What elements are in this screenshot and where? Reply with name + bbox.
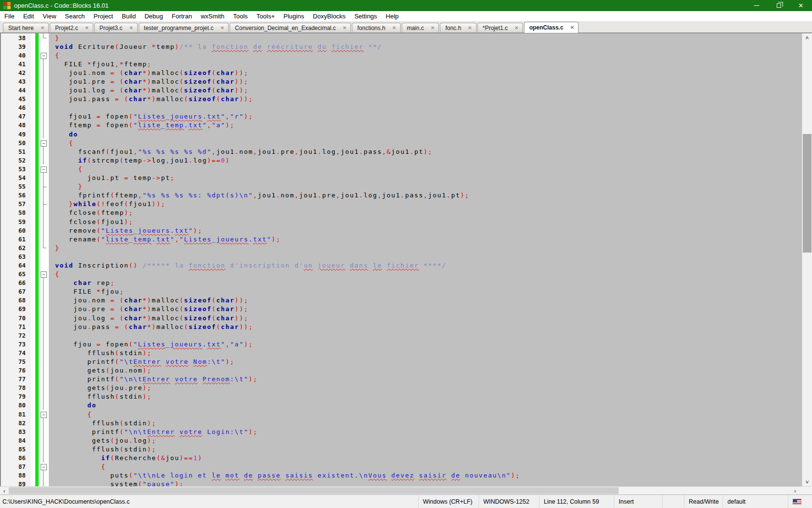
- menu-item-help[interactable]: Help: [381, 11, 403, 21]
- line-number[interactable]: 65: [1, 270, 31, 279]
- code-line-80[interactable]: 80 do: [1, 401, 802, 410]
- code-line-65[interactable]: 65{: [1, 270, 802, 279]
- line-number[interactable]: 85: [1, 445, 31, 453]
- code-text[interactable]: gets(jou.nom);: [49, 366, 152, 375]
- line-number[interactable]: 55: [1, 182, 31, 191]
- menu-item-view[interactable]: View: [38, 11, 60, 21]
- code-text[interactable]: [49, 331, 55, 340]
- code-line-68[interactable]: 68 jou.nom = (char*)malloc(sizeof(char))…: [1, 296, 802, 305]
- menu-item-doxyblocks[interactable]: DoxyBlocks: [308, 11, 350, 21]
- fold-toggle-icon[interactable]: [39, 270, 49, 279]
- code-line-87[interactable]: 87 {: [1, 463, 802, 471]
- code-text[interactable]: jou1.log = (char*)malloc(sizeof(char));: [49, 86, 248, 95]
- tab-close-icon[interactable]: ✕: [85, 26, 88, 30]
- code-line-50[interactable]: 50 {: [1, 138, 802, 147]
- line-number[interactable]: 88: [1, 471, 31, 480]
- code-line-61[interactable]: 61 rename("liste_temp.txt","Listes_joueu…: [1, 235, 802, 243]
- line-number[interactable]: 46: [1, 104, 31, 112]
- code-text[interactable]: }: [49, 33, 60, 42]
- code-text[interactable]: void Ecriture(Joueur *temp)/** la foncti…: [49, 42, 382, 51]
- line-number[interactable]: 54: [1, 174, 31, 182]
- line-number[interactable]: 57: [1, 200, 31, 209]
- line-number[interactable]: 38: [1, 33, 31, 42]
- tab-close-icon[interactable]: ✕: [41, 26, 44, 30]
- code-line-83[interactable]: 83 printf("\n\tEntrer votre Login:\t");: [1, 427, 802, 436]
- minimize-button[interactable]: [745, 0, 768, 11]
- code-text[interactable]: {: [49, 164, 83, 173]
- line-number[interactable]: 61: [1, 235, 31, 243]
- code-text[interactable]: FILE *fjou;: [49, 287, 124, 296]
- code-line-71[interactable]: 71 jou.pass = (char*)malloc(sizeof(char)…: [1, 322, 802, 331]
- line-number[interactable]: 63: [1, 252, 31, 261]
- code-line-85[interactable]: 85 fflush(stdin);: [1, 445, 802, 453]
- line-number[interactable]: 79: [1, 392, 31, 401]
- code-text[interactable]: fjou = fopen("Listes_joueurs.txt","a");: [49, 340, 253, 348]
- code-text[interactable]: gets(jou.log);: [49, 436, 157, 445]
- tab-fonctions-h[interactable]: fonctions.h✕: [352, 23, 400, 32]
- line-number[interactable]: 49: [1, 130, 31, 138]
- code-line-48[interactable]: 48 ftemp = fopen("liste_temp.txt","a");: [1, 121, 802, 130]
- scroll-left-icon[interactable]: ‹: [0, 487, 9, 494]
- code-line-70[interactable]: 70 jou.log = (char*)malloc(sizeof(char))…: [1, 314, 802, 322]
- code-line-72[interactable]: 72: [1, 331, 802, 340]
- code-text[interactable]: char rep;: [49, 279, 115, 287]
- code-line-52[interactable]: 52 if(strcmp(temp->log,jou1.log)==0): [1, 156, 802, 164]
- code-line-41[interactable]: 41 FILE *fjou1,*ftemp;: [1, 60, 802, 68]
- fold-toggle-icon[interactable]: [39, 51, 49, 60]
- line-number[interactable]: 81: [1, 410, 31, 418]
- code-line-45[interactable]: 45 jou1.pass = (char*)malloc(sizeof(char…: [1, 95, 802, 104]
- code-text[interactable]: {: [49, 463, 106, 471]
- line-number[interactable]: 68: [1, 296, 31, 305]
- line-number[interactable]: 87: [1, 463, 31, 471]
- tab-projet2-c[interactable]: Projet2.c✕: [50, 23, 93, 32]
- tab-fonc-h[interactable]: fonc.h✕: [440, 23, 476, 32]
- code-line-77[interactable]: 77 printf("\n\tEntrer votre Prenom:\t");: [1, 375, 802, 384]
- restore-button[interactable]: [768, 0, 790, 11]
- code-text[interactable]: fprintf(ftemp,"%s %s %s %s: %dpt(s)\n",j…: [49, 191, 470, 200]
- code-line-75[interactable]: 75 printf("\tEntrer votre Nom:\t");: [1, 357, 802, 366]
- horizontal-scrollbar[interactable]: ‹ ›: [0, 486, 812, 494]
- vertical-scroll-thumb[interactable]: [803, 134, 812, 253]
- scroll-up-icon[interactable]: ˄: [802, 33, 812, 42]
- menu-item-project[interactable]: Project: [89, 11, 117, 21]
- code-text[interactable]: if(strcmp(temp->log,jou1.log)==0): [49, 156, 230, 164]
- code-text[interactable]: {: [49, 410, 92, 418]
- code-text[interactable]: fflush(stdin);: [49, 445, 157, 453]
- code-text[interactable]: puts("\t\nLe login et le mot de passe sa…: [49, 471, 520, 480]
- code-text[interactable]: fclose(ftemp);: [49, 209, 133, 217]
- code-line-46[interactable]: 46: [1, 104, 802, 112]
- line-number[interactable]: 59: [1, 217, 31, 226]
- code-text[interactable]: rename("liste_temp.txt","Listes_joueurs.…: [49, 235, 281, 243]
- menu-item-debug[interactable]: Debug: [140, 11, 167, 21]
- code-line-62[interactable]: 62}: [1, 243, 802, 252]
- line-number[interactable]: 48: [1, 121, 31, 130]
- code-line-59[interactable]: 59 fclose(fjou1);: [1, 217, 802, 226]
- code-text[interactable]: jou1.pre = (char*)malloc(sizeof(char));: [49, 77, 248, 86]
- scroll-right-icon[interactable]: ›: [791, 487, 799, 494]
- line-number[interactable]: 64: [1, 261, 31, 269]
- code-line-58[interactable]: 58 fclose(ftemp);: [1, 209, 802, 217]
- code-text[interactable]: fjou1 = fopen("Listes_joueurs.txt","r");: [49, 112, 253, 121]
- code-line-79[interactable]: 79 fflush(stdin);: [1, 392, 802, 401]
- menu-item-settings[interactable]: Settings: [350, 11, 381, 21]
- code-line-49[interactable]: 49 do: [1, 130, 802, 138]
- scroll-down-icon[interactable]: ˅: [802, 478, 812, 486]
- code-text[interactable]: if(Recherche(&jou)==1): [49, 454, 203, 463]
- tab-close-icon[interactable]: ✕: [515, 26, 519, 30]
- code-text[interactable]: printf("\n\tEntrer votre Login:\t");: [49, 427, 258, 436]
- tab-projet3-c[interactable]: Projet3.c✕: [94, 23, 138, 32]
- fold-toggle-icon[interactable]: [39, 164, 49, 173]
- line-number[interactable]: 78: [1, 384, 31, 392]
- code-text[interactable]: [49, 104, 55, 112]
- code-text[interactable]: jou1.pass = (char*)malloc(sizeof(char));: [49, 95, 253, 104]
- menu-item-search[interactable]: Search: [60, 11, 89, 21]
- code-line-63[interactable]: 63: [1, 252, 802, 261]
- vertical-scrollbar[interactable]: ˄ ˅: [802, 33, 812, 486]
- code-line-57[interactable]: 57 }while(!feof(fjou1));: [1, 200, 802, 209]
- code-text[interactable]: ftemp = fopen("liste_temp.txt","a");: [49, 121, 235, 130]
- code-text[interactable]: jou1.nom = (char*)malloc(sizeof(char));: [49, 68, 248, 77]
- tab-projet1-c[interactable]: *Projet1.c✕: [478, 23, 523, 32]
- fold-toggle-icon[interactable]: [39, 410, 49, 418]
- code-text[interactable]: do: [49, 130, 78, 138]
- tab-close-icon[interactable]: ✕: [129, 26, 133, 30]
